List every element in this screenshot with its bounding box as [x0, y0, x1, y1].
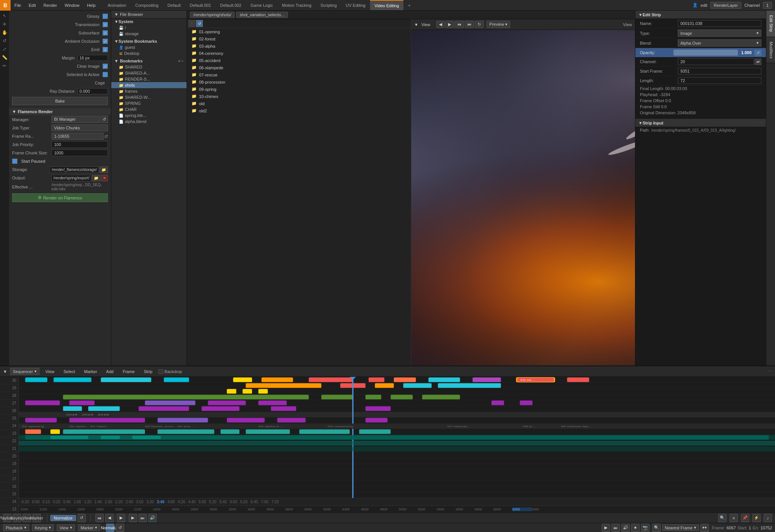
status-skip[interactable]: ⏭: [612, 524, 620, 532]
folder-item-ceremony[interactable]: 📁 04-ceremony: [187, 50, 411, 57]
preview-ctrl-4[interactable]: ⏭: [465, 21, 474, 28]
job-type-dropdown[interactable]: Video Chunks: [51, 124, 108, 131]
strip-channel-input[interactable]: [678, 58, 754, 65]
seq-add-menu[interactable]: Add: [103, 366, 117, 376]
edit-strip-tab[interactable]: Edit Strip: [766, 11, 775, 37]
preview-ctrl-3[interactable]: ⏮: [454, 21, 464, 28]
file-item-render-s[interactable]: 📁 RENDER-S...: [111, 76, 187, 82]
file-item-shots[interactable]: 📁 shots: [111, 82, 187, 88]
tab-video-editing[interactable]: Video Editing: [370, 0, 404, 10]
folder-up-btn[interactable]: ↑: [188, 20, 195, 27]
strip-type-dropdown[interactable]: Image ▾: [678, 30, 761, 37]
tab-game-logic[interactable]: Game Logic: [246, 0, 277, 10]
folder-item-alpha[interactable]: 📁 03-alpha: [187, 42, 411, 50]
folder-item-forest[interactable]: 📁 02-forest: [187, 35, 411, 42]
marker-dropdown[interactable]: Marker: [33, 514, 41, 522]
seq-frame-menu[interactable]: Frame: [120, 366, 138, 376]
render-flamenco-button[interactable]: ⚙ Render on Flamenco: [12, 193, 108, 202]
status-star[interactable]: ★: [631, 524, 640, 532]
channel-adjust-btn[interactable]: ⇄: [755, 59, 761, 65]
preview-ctrl-5[interactable]: ↻: [475, 21, 484, 28]
tab-scripting[interactable]: Scripting: [316, 0, 341, 10]
file-item-spring[interactable]: 📁 SPRING: [111, 100, 187, 106]
bake-button[interactable]: Bake: [12, 97, 108, 105]
menu-help[interactable]: Help: [83, 0, 100, 10]
modifiers-tab[interactable]: Modifiers: [766, 37, 775, 64]
system-bookmarks-header[interactable]: ▼ System Bookmarks: [111, 38, 187, 44]
manager-refresh-btn[interactable]: ↺: [101, 116, 108, 123]
folder-item-accident[interactable]: 📁 05-accident: [187, 57, 411, 64]
frame-chunk-input[interactable]: 1000: [51, 149, 108, 156]
menu-window[interactable]: Window: [61, 0, 83, 10]
preview-ctrl-2[interactable]: ▶: [445, 21, 454, 28]
seq-view-menu[interactable]: View: [42, 366, 58, 376]
search-btn[interactable]: 🔍: [718, 514, 727, 522]
audio2-btn[interactable]: ♪: [764, 514, 772, 522]
clear-image-checkbox[interactable]: ✓: [103, 64, 108, 69]
nearest-frame-dropdown[interactable]: Nearest Frame ▾: [662, 524, 699, 531]
margin-input[interactable]: [78, 55, 108, 61]
tool-rotate[interactable]: ↺: [1, 37, 8, 45]
emit-checkbox[interactable]: ✓: [103, 47, 108, 52]
status-play[interactable]: ▶: [602, 524, 610, 532]
file-item-spring-blend[interactable]: 📄 spring.ble...: [111, 112, 187, 118]
backdrop-toggle[interactable]: Backdrop: [159, 369, 182, 374]
preview-ctrl-1[interactable]: ◀: [436, 21, 445, 28]
output-browse-btn[interactable]: 📁: [92, 175, 100, 181]
frame-range-swap-btn[interactable]: ⇄: [104, 134, 108, 139]
tool-cursor[interactable]: ✛: [1, 20, 8, 28]
view-status[interactable]: View ▾: [57, 524, 75, 531]
play-btn[interactable]: ▶: [117, 514, 125, 522]
ray-distance-input[interactable]: [78, 88, 108, 94]
folder-refresh-btn[interactable]: ↺: [196, 20, 203, 27]
opacity-slider[interactable]: [673, 50, 738, 56]
normalize-extra-btn[interactable]: ↺: [78, 514, 86, 522]
search-btn-2[interactable]: 🔍: [652, 524, 661, 532]
selected-to-active-checkbox[interactable]: [103, 72, 108, 77]
bookmarks-remove-btn[interactable]: −: [181, 59, 184, 63]
system-section-header[interactable]: ▼ System: [111, 19, 187, 25]
opacity-reset-btn[interactable]: ↺: [755, 50, 761, 56]
chevrons-btn[interactable]: ▾▾: [700, 524, 709, 532]
bookmarks-header[interactable]: ▼ Bookmarks + −: [111, 58, 187, 64]
folder-item-stampede[interactable]: 📁 06-stampede: [187, 64, 411, 71]
start-paused-checkbox[interactable]: [12, 159, 17, 164]
tab-compositing[interactable]: Compositing: [131, 0, 163, 10]
folder-item-chimes[interactable]: 📁 10-chimes: [187, 93, 411, 100]
view-dropdown[interactable]: View: [23, 514, 31, 522]
add-workspace-tab[interactable]: +: [403, 0, 415, 10]
storage-browse-btn[interactable]: 📁: [100, 166, 108, 173]
file-item-frames[interactable]: 📁 frames: [111, 88, 187, 94]
tool-grab[interactable]: ✋: [1, 29, 8, 36]
filter-btn[interactable]: ≡: [730, 514, 738, 522]
backdrop-checkbox[interactable]: [159, 369, 163, 374]
transmission-checkbox[interactable]: ✓: [103, 22, 108, 27]
seq-marker-menu[interactable]: Marker: [81, 366, 100, 376]
tool-select[interactable]: ↖: [1, 12, 8, 20]
normalize-button[interactable]: Normalize: [50, 515, 76, 521]
marker-status[interactable]: Marker ▾: [78, 524, 100, 531]
output-clear-btn[interactable]: ✕: [101, 175, 108, 181]
strip-input-options[interactable]: ⋯: [759, 120, 763, 125]
folder-item-rescue[interactable]: 📁 07-rescue: [187, 71, 411, 78]
next-frame-btn[interactable]: ▶: [129, 514, 137, 522]
seq-options-btn[interactable]: ⋯: [768, 369, 772, 373]
start-frame-input[interactable]: [678, 68, 761, 75]
tab-animation[interactable]: Animation: [103, 0, 131, 10]
tool-scale[interactable]: ⤢: [1, 45, 8, 53]
path-part-0[interactable]: /render/spring/shots/: [190, 12, 235, 18]
channel-value[interactable]: 1: [763, 2, 772, 9]
status-camera[interactable]: 📷: [641, 524, 649, 532]
file-item-shared[interactable]: 📁 SHARED: [111, 64, 187, 70]
file-item-shared-w[interactable]: 📁 SHARED-W...: [111, 94, 187, 100]
strip-blend-dropdown[interactable]: Alpha Over ▾: [678, 39, 761, 47]
file-item-root[interactable]: 💾 /: [111, 25, 187, 31]
manager-dropdown[interactable]: BI Manager: [51, 116, 100, 123]
file-item-shared-a[interactable]: 📁 SHARED-A...: [111, 70, 187, 76]
preview-dropdown[interactable]: Preview ▾: [487, 21, 510, 28]
sync-btn[interactable]: ⚡: [752, 514, 761, 522]
playback-dropdown[interactable]: Playback: [3, 514, 11, 522]
snap-btn[interactable]: 📌: [741, 514, 749, 522]
length-input[interactable]: [678, 77, 761, 84]
folder-item-procession[interactable]: 📁 08-procession: [187, 78, 411, 86]
